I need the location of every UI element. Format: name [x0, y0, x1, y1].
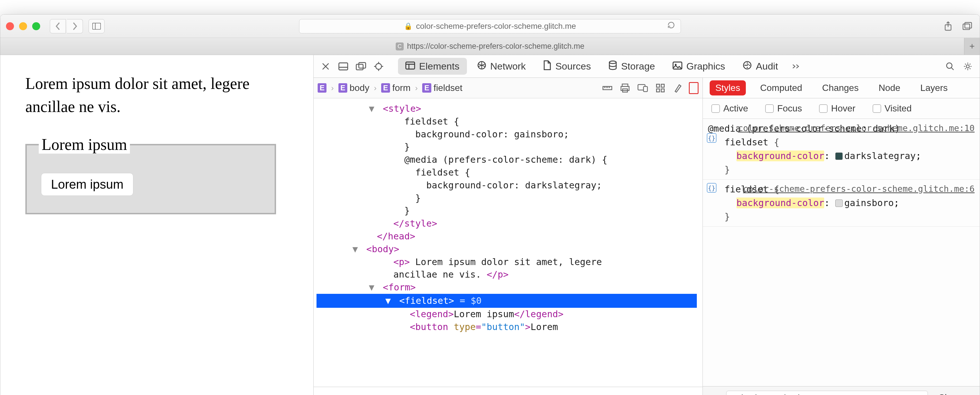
- styles-tabbar: Styles Computed Changes Node Layers: [703, 78, 980, 98]
- tab-layers[interactable]: Layers: [915, 80, 953, 96]
- search-icon[interactable]: [943, 59, 958, 74]
- selected-dom-node[interactable]: ▼ <fieldset> = $0: [317, 294, 697, 308]
- tabs-overview-icon[interactable]: [961, 20, 974, 33]
- svg-rect-3: [963, 24, 970, 30]
- browser-window: 🔒 color-scheme-prefers-color-scheme.glit…: [0, 14, 980, 395]
- nav-buttons: [50, 19, 83, 33]
- stylesheet-icon: {}: [707, 133, 716, 143]
- share-icon[interactable]: [942, 20, 955, 33]
- svg-point-18: [947, 63, 952, 68]
- target-icon[interactable]: [371, 59, 386, 74]
- source-link[interactable]: color-scheme-prefers-color-scheme.glitch…: [743, 182, 975, 195]
- demo-button[interactable]: Lorem ipsum: [41, 173, 133, 196]
- tab-graphics-label: Graphics: [686, 61, 725, 72]
- tab-computed[interactable]: Computed: [754, 80, 808, 96]
- storage-icon: [609, 61, 617, 72]
- demo-legend: Lorem ipsum: [39, 135, 130, 154]
- grid-icon[interactable]: [654, 81, 667, 95]
- svg-rect-7: [356, 64, 363, 70]
- svg-point-19: [966, 65, 969, 68]
- maximize-window-button[interactable]: [32, 22, 40, 30]
- lock-icon: 🔒: [404, 22, 412, 30]
- svg-rect-5: [339, 63, 348, 70]
- reload-icon[interactable]: [667, 21, 675, 31]
- tab-styles[interactable]: Styles: [710, 80, 746, 96]
- audit-icon: [743, 61, 752, 72]
- tab-network[interactable]: Network: [470, 58, 533, 75]
- add-rule-button[interactable]: +: [708, 392, 720, 395]
- color-swatch[interactable]: [835, 199, 843, 207]
- classes-button[interactable]: Classes: [934, 390, 975, 395]
- ruler-icon[interactable]: [601, 81, 614, 95]
- styles-footer: + background-color Classes: [703, 386, 980, 395]
- page-paragraph: Lorem ipsum dolor sit amet, legere ancil…: [25, 72, 302, 118]
- address-bar[interactable]: 🔒 color-scheme-prefers-color-scheme.glit…: [299, 19, 681, 33]
- sidebar-toggle-button[interactable]: [89, 19, 105, 33]
- overflow-icon[interactable]: [788, 59, 803, 74]
- dock-bottom-icon[interactable]: [336, 59, 351, 74]
- svg-rect-0: [92, 23, 101, 29]
- devtools-tabbar: Elements Network Sources Storage Graphic…: [313, 55, 980, 78]
- close-devtools-icon[interactable]: [318, 59, 333, 74]
- css-rule[interactable]: {} color-scheme-prefers-color-scheme.gli…: [703, 180, 980, 226]
- tab-sources[interactable]: Sources: [536, 57, 598, 75]
- print-icon[interactable]: [618, 81, 632, 95]
- breadcrumb-body[interactable]: Ebody: [339, 83, 369, 93]
- settings-gear-icon[interactable]: [960, 59, 975, 74]
- svg-rect-26: [657, 84, 660, 87]
- device-icon[interactable]: [636, 81, 649, 95]
- tab-node[interactable]: Node: [873, 80, 906, 96]
- demo-fieldset: Lorem ipsum Lorem ipsum: [25, 135, 276, 214]
- close-window-button[interactable]: [6, 22, 14, 30]
- forward-button[interactable]: [67, 19, 83, 33]
- back-button[interactable]: [50, 19, 66, 33]
- tab-title[interactable]: https://color-scheme-prefers-color-schem…: [407, 42, 585, 51]
- svg-rect-28: [657, 89, 660, 92]
- filter-input[interactable]: background-color: [726, 391, 928, 395]
- page-viewport: Lorem ipsum dolor sit amet, legere ancil…: [0, 55, 313, 395]
- stylesheet-icon: {}: [707, 183, 716, 193]
- devtools-body: E › Ebody › Eform › Efieldset: [313, 78, 980, 395]
- source-link[interactable]: color-scheme-prefers-color-scheme.glitch…: [738, 122, 975, 134]
- tab-audit[interactable]: Audit: [735, 58, 786, 75]
- tab-graphics[interactable]: Graphics: [665, 58, 732, 75]
- breadcrumb-root[interactable]: E: [318, 83, 326, 92]
- svg-point-14: [609, 61, 616, 64]
- filter-input-value: background-color: [741, 393, 807, 395]
- state-visited[interactable]: Visited: [873, 103, 912, 114]
- devtools: Elements Network Sources Storage Graphic…: [313, 55, 980, 395]
- breadcrumb-fieldset[interactable]: Efieldset: [422, 83, 462, 93]
- pseudo-states: Active Focus Hover Visited: [703, 98, 980, 119]
- paint-icon[interactable]: [671, 81, 685, 95]
- svg-rect-25: [644, 86, 648, 91]
- dock-side-icon[interactable]: [353, 59, 368, 74]
- console[interactable]: ›: [313, 387, 703, 395]
- tab-storage-label: Storage: [621, 61, 655, 72]
- svg-rect-10: [406, 62, 415, 69]
- breadcrumb-form[interactable]: Eform: [381, 83, 410, 93]
- styles-panel: Styles Computed Changes Node Layers Acti…: [703, 78, 980, 395]
- minimize-window-button[interactable]: [19, 22, 27, 30]
- compositing-icon[interactable]: [689, 82, 698, 94]
- css-rule[interactable]: @media (prefers-color-scheme: dark) {} c…: [703, 119, 980, 180]
- state-active[interactable]: Active: [711, 103, 748, 114]
- svg-rect-4: [965, 22, 972, 28]
- tab-audit-label: Audit: [756, 61, 778, 72]
- tab-elements-label: Elements: [419, 61, 460, 72]
- toolbar-right: [942, 20, 974, 33]
- titlebar: 🔒 color-scheme-prefers-color-scheme.glit…: [0, 14, 980, 38]
- dom-source[interactable]: ▼ <style> fieldset { background-color: g…: [313, 98, 703, 387]
- tab-storage[interactable]: Storage: [601, 57, 662, 75]
- svg-rect-29: [661, 89, 664, 92]
- new-tab-button[interactable]: +: [964, 38, 980, 55]
- graphics-icon: [673, 61, 682, 72]
- svg-rect-8: [359, 62, 366, 68]
- state-hover[interactable]: Hover: [819, 103, 855, 114]
- breadcrumb-row: E › Ebody › Eform › Efieldset: [313, 78, 703, 98]
- tab-elements[interactable]: Elements: [398, 58, 467, 75]
- state-focus[interactable]: Focus: [765, 103, 802, 114]
- color-swatch[interactable]: [835, 153, 843, 160]
- url-text: color-scheme-prefers-color-scheme.glitch…: [416, 22, 576, 31]
- tab-changes[interactable]: Changes: [816, 80, 864, 96]
- elements-icon: [406, 61, 415, 72]
